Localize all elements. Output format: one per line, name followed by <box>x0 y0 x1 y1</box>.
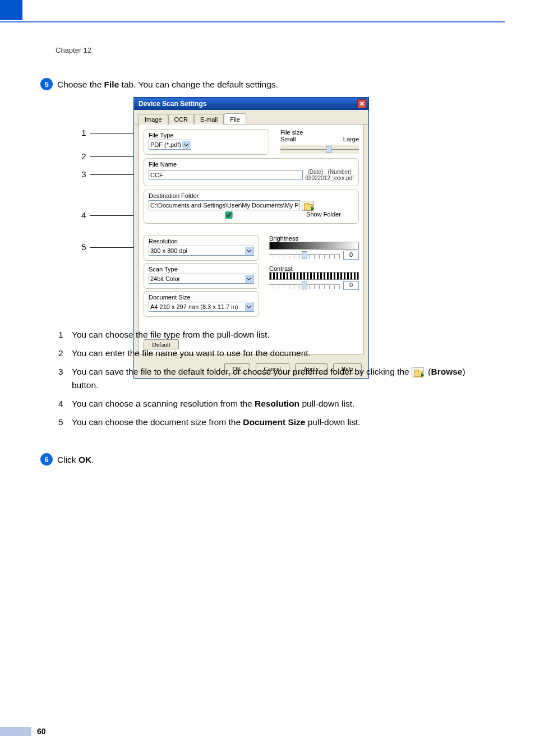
resolution-select[interactable]: 300 x 300 dpi <box>149 246 254 256</box>
list-item: You can choose a scanning resolution fro… <box>72 397 485 411</box>
brightness-label: Brightness <box>269 235 359 242</box>
show-folder-checkbox[interactable] <box>153 211 305 219</box>
list-number: 2 <box>58 347 72 360</box>
destination-folder-group: Destination Folder Show Folder <box>144 190 359 224</box>
list-number: 4 <box>58 397 72 411</box>
close-icon[interactable]: ✕ <box>357 99 366 108</box>
resolution-label: Resolution <box>149 238 254 245</box>
step-5-icon: 5 <box>40 78 53 90</box>
file-name-label: File Name <box>149 161 354 168</box>
side-tab <box>0 0 22 20</box>
step-5-text: Choose the File tab. You can change the … <box>57 80 278 90</box>
description-list: 1 You can choose the file type from the … <box>58 328 485 434</box>
file-size-large: Large <box>343 136 359 142</box>
scan-type-select[interactable]: 24bit Color <box>149 274 254 284</box>
list-number: 5 <box>58 416 72 429</box>
tab-strip: Image OCR E-mail File <box>134 110 368 125</box>
file-type-label: File Type <box>149 132 264 139</box>
slider-thumb-icon[interactable] <box>302 282 307 289</box>
contrast-label: Contrast <box>269 265 359 272</box>
tab-file[interactable]: File <box>224 113 246 124</box>
file-size-group: File size Small Large <box>280 129 359 158</box>
document-size-group: Document Size A4 210 x 297 mm (8.3 x 11.… <box>144 291 259 317</box>
brightness-gradient <box>269 242 359 250</box>
chapter-label: Chapter 12 <box>56 46 91 54</box>
header-rule <box>0 21 505 22</box>
list-number: 3 <box>58 365 72 392</box>
file-type-group: File Type PDF (*.pdf) <box>144 129 269 155</box>
contrast-value: 0 <box>343 281 359 290</box>
brightness-value: 0 <box>343 251 359 260</box>
list-item: You can enter the file name you want to … <box>72 347 485 360</box>
contrast-slider[interactable] <box>269 282 340 289</box>
tab-image[interactable]: Image <box>139 114 168 125</box>
page-footer: 60 <box>0 727 46 736</box>
step-6-icon: 6 <box>40 453 53 465</box>
dialog-titlebar: Device Scan Settings ✕ <box>134 98 368 110</box>
destination-folder-input[interactable] <box>149 200 300 210</box>
footer-bar <box>0 727 31 736</box>
page-number: 60 <box>37 727 46 736</box>
list-item: You can choose the file type from the pu… <box>72 328 485 342</box>
destination-folder-label: Destination Folder <box>149 192 354 199</box>
scan-type-group: Scan Type 24bit Color <box>144 263 259 289</box>
scan-type-label: Scan Type <box>149 266 254 273</box>
file-name-pattern: (Date) (Number) 03022012_xxxx.pdf <box>305 169 354 181</box>
list-number: 1 <box>58 328 72 342</box>
step-6-text: Click OK. <box>57 455 94 465</box>
slider-thumb-icon[interactable] <box>302 251 307 259</box>
contrast-stripes <box>269 272 359 280</box>
list-item: You can choose the document size from th… <box>72 416 485 429</box>
file-size-slider[interactable] <box>280 145 359 154</box>
document-size-select[interactable]: A4 210 x 297 mm (8.3 x 11.7 in) <box>149 302 254 312</box>
dialog-title: Device Scan Settings <box>139 100 206 108</box>
show-folder-label: Show Folder <box>306 211 341 218</box>
file-name-group: File Name (Date) (Number) 03022012_xxxx.… <box>144 158 359 186</box>
resolution-group: Resolution 300 x 300 dpi <box>144 235 259 261</box>
file-type-select[interactable]: PDF (*.pdf) <box>149 140 191 150</box>
browse-button[interactable] <box>302 201 314 211</box>
brightness-slider[interactable] <box>269 251 340 259</box>
folder-icon <box>304 203 312 209</box>
file-size-small: Small <box>280 136 296 142</box>
browse-icon <box>412 367 424 377</box>
slider-thumb-icon[interactable] <box>326 146 331 153</box>
document-size-label: Document Size <box>149 294 254 301</box>
file-name-input[interactable] <box>149 170 303 180</box>
tab-email[interactable]: E-mail <box>194 114 224 125</box>
file-size-label: File size <box>280 129 359 136</box>
tab-ocr[interactable]: OCR <box>168 114 194 125</box>
list-item: You can save the file to the default fol… <box>72 365 485 392</box>
